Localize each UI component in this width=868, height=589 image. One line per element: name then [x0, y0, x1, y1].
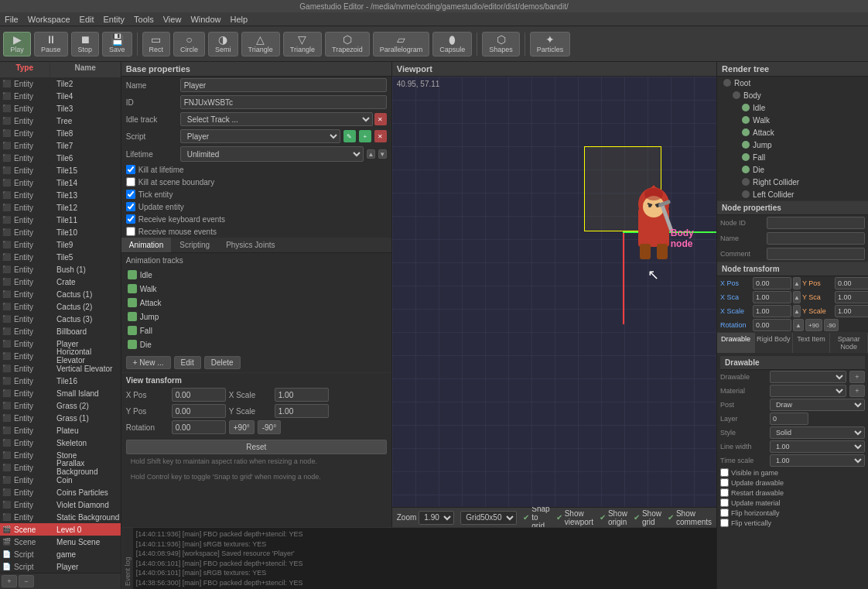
ws-item-parallax[interactable]: ⬛ Entity Parallax Background [0, 461, 121, 474]
tab-physics-joints[interactable]: Physics Joints [218, 238, 283, 252]
node-tab-text-item[interactable]: Text Item [793, 333, 831, 353]
capsule-button[interactable]: ⬮ Capsule [432, 32, 472, 57]
nt-rotation-up[interactable]: ▲ [793, 319, 804, 331]
ws-item-tile7[interactable]: ⬛ Entity Tile7 [0, 139, 121, 152]
ws-item-tile16[interactable]: ⬛ Entity Tile16 [0, 375, 121, 387]
vt-yscale-input[interactable] [275, 404, 329, 418]
ws-item-billboard[interactable]: ⬛ Entity Billboard [0, 325, 121, 337]
tick-entity-checkbox[interactable] [126, 190, 135, 199]
menu-help[interactable]: Help [231, 15, 248, 24]
ds-material-select[interactable] [770, 385, 846, 397]
ds-drawable-select[interactable] [770, 371, 846, 383]
vt-xpos-input[interactable] [172, 388, 226, 402]
menu-file[interactable]: File [5, 15, 19, 24]
ds-flip-v-checkbox[interactable] [720, 519, 729, 527]
pause-button[interactable]: ⏸ Pause [34, 32, 68, 57]
vt-xscale-input[interactable] [275, 388, 329, 402]
ws-item-cactus3[interactable]: ⬛ Entity Cactus (3) [0, 313, 121, 325]
anim-delete-btn[interactable]: Delete [204, 356, 241, 369]
ds-flip-h-checkbox[interactable] [720, 509, 729, 517]
ws-item-crate[interactable]: ⬛ Entity Crate [0, 276, 121, 288]
ws-item-tree[interactable]: ⬛ Entity Tree [0, 115, 121, 127]
anim-edit-btn[interactable]: Edit [174, 356, 201, 369]
ws-item-velev[interactable]: ⬛ Entity Vertical Elevator [0, 362, 121, 375]
trapezoid-button[interactable]: ⬡ Trapezoid [325, 32, 370, 57]
ds-style-select[interactable]: Solid [770, 426, 865, 439]
triangle-down-button[interactable]: ▽ Triangle [283, 32, 322, 57]
script-remove-btn[interactable]: ✕ [374, 130, 387, 142]
vt-ypos-input[interactable] [172, 404, 226, 418]
ds-timescale-select[interactable]: 1.00 [770, 454, 865, 467]
vt-rot-plus-btn[interactable]: +90° [229, 420, 255, 434]
nt-xpos-up[interactable]: ▲ [793, 277, 801, 289]
ws-item-cactus2[interactable]: ⬛ Entity Cactus (2) [0, 300, 121, 313]
nt-rotation-input[interactable] [753, 319, 791, 331]
idle-track-select[interactable]: Select Track ... [180, 112, 373, 126]
nt-ypos-input[interactable] [835, 277, 868, 289]
nt-xscale-up[interactable]: ▲ [793, 305, 801, 317]
ws-item-helev[interactable]: ⬛ Entity Horizontal Elevator [0, 350, 121, 362]
grid-select[interactable]: Grid50x50 [460, 511, 517, 525]
ws-item-menu-scene[interactable]: 🎬 Scene Menu Scene [0, 536, 121, 548]
ws-item-tile9[interactable]: ⬛ Entity Tile9 [0, 238, 121, 251]
node-tab-rigid-body[interactable]: Rigid Body [755, 333, 793, 353]
ws-item-coin[interactable]: ⬛ Entity Coin [0, 474, 121, 486]
ws-item-level0[interactable]: 🎬 Scene Level 0 [0, 523, 121, 536]
ws-item-tile5[interactable]: ⬛ Entity Tile5 [0, 251, 121, 263]
np-name-input[interactable] [767, 232, 865, 245]
nt-xsca-up[interactable]: ▲ [793, 291, 801, 303]
ws-item-tile4[interactable]: ⬛ Entity Tile4 [0, 90, 121, 102]
shapes-button[interactable]: ⬡ Shapes [482, 32, 520, 57]
node-tab-spanar-node[interactable]: Spanar Node [830, 333, 868, 353]
ws-item-tile11[interactable]: ⬛ Entity Tile11 [0, 214, 121, 226]
ds-drawable-btn[interactable]: + [849, 371, 865, 383]
zoom-select[interactable]: 1.90 [419, 511, 454, 525]
rt-walk[interactable]: Walk [717, 114, 868, 126]
rt-body[interactable]: Body [717, 89, 868, 101]
ws-item-tile13[interactable]: ⬛ Entity Tile13 [0, 189, 121, 201]
nt-xpos-input[interactable] [753, 277, 791, 289]
rt-attack[interactable]: Attack [717, 126, 868, 139]
ws-item-plateu[interactable]: ⬛ Entity Plateu [0, 424, 121, 437]
semi-button[interactable]: ◑ Semi [208, 32, 238, 57]
script-select[interactable]: Player [180, 129, 340, 143]
lifetime-up-btn[interactable]: ▲ [367, 149, 375, 159]
ws-item-grass1[interactable]: ⬛ Entity Grass (1) [0, 412, 121, 424]
ws-item-script-game[interactable]: 📄 Script game [0, 548, 121, 560]
menu-tools[interactable]: Tools [134, 15, 154, 24]
rect-button[interactable]: ▭ Rect [142, 32, 171, 57]
kill-scene-checkbox[interactable] [126, 177, 135, 187]
rt-right-collider[interactable]: Right Collider [717, 176, 868, 188]
nt-rot-minus-btn[interactable]: -90 [824, 319, 839, 331]
ws-item-grass2[interactable]: ⬛ Entity Grass (2) [0, 399, 121, 412]
keyboard-events-checkbox[interactable] [126, 214, 135, 224]
ds-material-btn[interactable]: + [849, 385, 865, 397]
nt-ysca-input[interactable] [835, 291, 868, 303]
ws-item-tile10[interactable]: ⬛ Entity Tile10 [0, 226, 121, 238]
ws-item-tile14[interactable]: ⬛ Entity Tile14 [0, 176, 121, 189]
particles-button[interactable]: ✦ Particles [530, 32, 571, 57]
ds-post-select[interactable]: Draw [770, 399, 865, 411]
nt-rot-plus-btn[interactable]: +90 [805, 319, 822, 331]
ds-restart-checkbox[interactable] [720, 488, 729, 497]
rt-idle[interactable]: Idle [717, 101, 868, 114]
ws-item-static-bg[interactable]: ⬛ Entity Static Background [0, 511, 121, 523]
mouse-events-checkbox[interactable] [126, 227, 135, 236]
ds-linewidth-select[interactable]: 1.00 [770, 440, 865, 453]
circle-button[interactable]: ○ Circle [173, 32, 205, 57]
ws-item-tile12[interactable]: ⬛ Entity Tile12 [0, 201, 121, 214]
log-content[interactable]: [14:40:11:936] [main] FBO packed depth+s… [133, 528, 716, 589]
np-id-input[interactable] [767, 217, 865, 229]
ws-item-skeleton[interactable]: ⬛ Entity Skeleton [0, 437, 121, 449]
vt-rot-minus-btn[interactable]: -90° [258, 420, 281, 434]
rt-jump[interactable]: Jump [717, 139, 868, 151]
vt-reset-btn[interactable]: Reset [126, 440, 387, 454]
update-entity-checkbox[interactable] [126, 202, 135, 211]
kill-lifetime-checkbox[interactable] [126, 165, 135, 174]
save-button[interactable]: 💾 Save [102, 32, 132, 57]
anim-new-btn[interactable]: + New ... [126, 356, 171, 369]
triangle-button[interactable]: △ Triangle [241, 32, 280, 57]
node-tab-drawable[interactable]: Drawable [717, 333, 755, 353]
ds-update-material-checkbox[interactable] [720, 498, 729, 507]
menu-entity[interactable]: Entity [104, 15, 125, 24]
